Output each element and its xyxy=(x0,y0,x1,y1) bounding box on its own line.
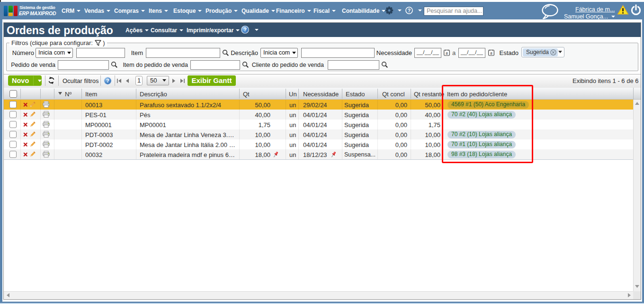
svg-text:?: ? xyxy=(408,8,411,13)
svg-text:?: ? xyxy=(106,78,109,83)
svg-text:8: 8 xyxy=(490,51,492,55)
svg-text:?: ? xyxy=(243,27,247,32)
svg-text:8: 8 xyxy=(446,51,448,55)
